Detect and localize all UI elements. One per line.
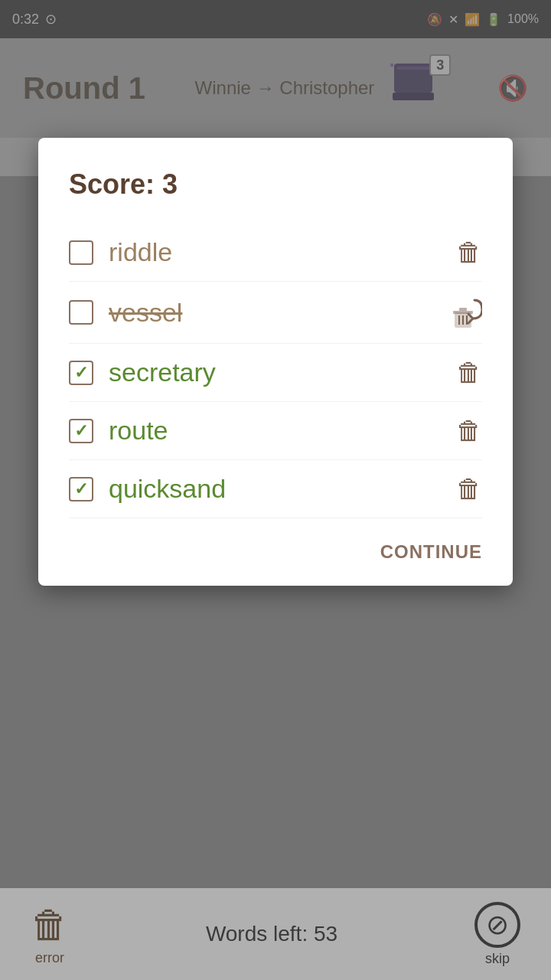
trash-secretary[interactable]: 🗑 [456, 358, 482, 387]
trash-quicksand[interactable]: 🗑 [456, 474, 482, 504]
skip-label: skip [485, 951, 510, 967]
checkmark-quicksand: ✓ [74, 479, 88, 499]
word-left-riddle: riddle [69, 237, 172, 267]
words-left: Words left: 53 [206, 922, 337, 946]
word-item-vessel: vessel [69, 282, 482, 344]
trash-route[interactable]: 🗑 [456, 416, 482, 446]
checkmark-route: ✓ [74, 421, 88, 441]
trash-bottom[interactable]: 🗑 error [31, 903, 69, 966]
score-dialog: Score: 3 riddle 🗑 vessel [38, 138, 513, 586]
checkbox-secretary[interactable]: ✓ [69, 361, 93, 385]
svg-rect-6 [453, 311, 473, 314]
checkmark-secretary: ✓ [74, 363, 88, 383]
skip-bottom[interactable]: ⊘ skip [474, 902, 520, 967]
checkbox-route[interactable]: ✓ [69, 419, 93, 443]
word-left-vessel: vessel [69, 298, 182, 328]
bottom-bar: 🗑 error Words left: 53 ⊘ skip [0, 888, 551, 980]
trash-riddle[interactable]: 🗑 [456, 237, 482, 267]
word-left-quicksand: ✓ quicksand [69, 474, 226, 504]
word-left-route: ✓ route [69, 416, 168, 446]
word-text-quicksand: quicksand [109, 474, 226, 504]
word-text-secretary: secretary [109, 358, 216, 387]
skip-icon: ⊘ [474, 902, 520, 948]
word-text-route: route [109, 416, 168, 446]
continue-row: CONTINUE [69, 541, 482, 563]
undo-trash-icon [453, 296, 482, 329]
checkbox-riddle[interactable] [69, 240, 93, 265]
checkbox-vessel[interactable] [69, 300, 93, 325]
checkbox-quicksand[interactable]: ✓ [69, 477, 93, 501]
error-trash-icon: 🗑 [31, 903, 69, 947]
word-item-quicksand: ✓ quicksand 🗑 [69, 460, 482, 518]
word-list: riddle 🗑 vessel [69, 224, 482, 518]
word-item-route: ✓ route 🗑 [69, 402, 482, 460]
undo-trash-vessel[interactable] [453, 296, 482, 329]
word-text-riddle: riddle [109, 237, 172, 267]
score-title: Score: 3 [69, 168, 482, 201]
word-item-riddle: riddle 🗑 [69, 224, 482, 282]
continue-button[interactable]: CONTINUE [380, 541, 482, 563]
word-item-secretary: ✓ secretary 🗑 [69, 344, 482, 402]
word-left-secretary: ✓ secretary [69, 358, 216, 387]
svg-rect-7 [459, 308, 467, 311]
overlay: Score: 3 riddle 🗑 vessel [0, 0, 551, 980]
error-label: error [35, 950, 64, 966]
word-text-vessel: vessel [109, 298, 182, 328]
